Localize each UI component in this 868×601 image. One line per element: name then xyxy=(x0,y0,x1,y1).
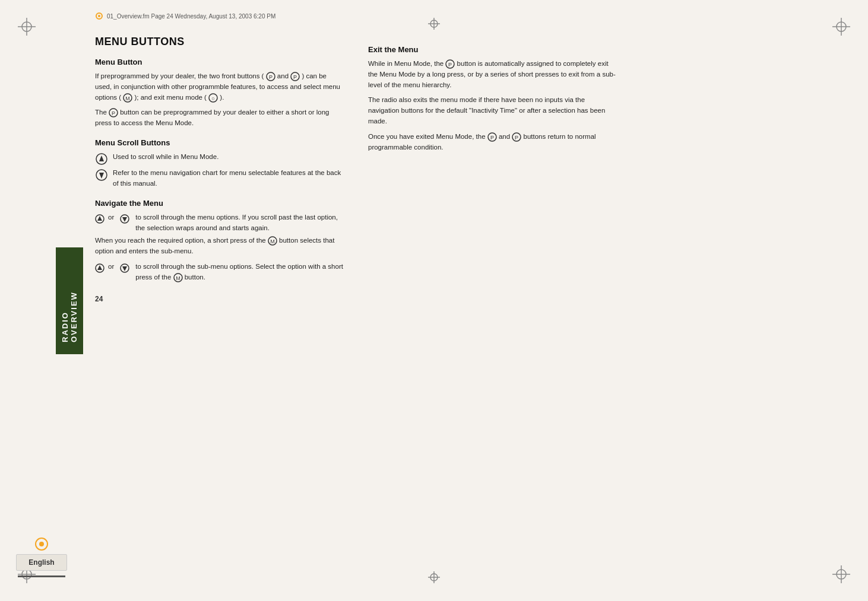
nav-up-icon xyxy=(95,214,104,224)
right-column: Exit the Menu While in Menu Mode, the P … xyxy=(368,36,617,565)
svg-text:P: P xyxy=(112,110,115,116)
button-icon-5: P xyxy=(109,108,118,117)
svg-marker-37 xyxy=(97,216,102,221)
scroll-buttons-section: Used to scroll while in Menu Mode. Refer… xyxy=(95,152,344,189)
svg-text:P: P xyxy=(448,62,452,68)
scroll-item-1: Used to scroll while in Menu Mode. xyxy=(95,152,344,166)
navigate-item-2: or to scroll through the sub-menu option… xyxy=(95,262,344,283)
scroll-item-2: Refer to the menu navigation chart for m… xyxy=(95,168,344,189)
menu-button-para-2: The P button can be preprogrammed by you… xyxy=(95,107,344,129)
english-label: English xyxy=(16,554,66,571)
svg-point-21 xyxy=(39,542,44,546)
scroll-text-1: Used to scroll while in Menu Mode. xyxy=(113,152,218,163)
exit-menu-para-2: The radio also exits the menu mode if th… xyxy=(368,95,617,126)
navigate-para-2: When you reach the required option, a sh… xyxy=(95,236,344,257)
exit-menu-para-1: While in Menu Mode, the P button is auto… xyxy=(368,59,617,90)
navigate-para-1: to scroll through the menu options. If y… xyxy=(135,212,344,234)
navigate-para-3: to scroll through the sub-menu options. … xyxy=(135,262,344,283)
svg-text:M: M xyxy=(126,96,131,101)
sidebar-tab-label: RADIO OVERVIEW xyxy=(61,259,78,342)
svg-text:P: P xyxy=(490,135,494,141)
exit-button-icon-2: P xyxy=(487,132,497,142)
button-icon-4: ○ xyxy=(208,93,218,103)
svg-text:○: ○ xyxy=(211,96,214,101)
main-content: MENU BUTTONS Menu Button If preprogramme… xyxy=(83,0,868,601)
exit-menu-title: Exit the Menu xyxy=(368,45,617,54)
page-number: 24 xyxy=(95,295,344,303)
nav-or-text-2: or xyxy=(108,262,114,272)
button-icon-2: P xyxy=(290,72,300,81)
navigate-menu-title: Navigate the Menu xyxy=(95,199,344,208)
nav-down-icon xyxy=(120,214,129,224)
svg-text:M: M xyxy=(176,275,180,281)
exit-button-icon-3: P xyxy=(512,132,521,142)
svg-marker-33 xyxy=(99,155,104,161)
english-underline xyxy=(18,575,65,577)
scroll-icon-1 xyxy=(95,152,108,166)
menu-scroll-title: Menu Scroll Buttons xyxy=(95,138,344,147)
sidebar-english-section: English xyxy=(0,536,83,577)
button-icon-1: P xyxy=(266,72,275,81)
navigate-item-1: or to scroll through the menu options. I… xyxy=(95,212,344,234)
sidebar-bullet-icon xyxy=(34,536,49,552)
scroll-icon-2 xyxy=(95,168,108,182)
svg-text:M: M xyxy=(270,239,275,244)
svg-text:P: P xyxy=(293,74,297,80)
button-icon-m: M xyxy=(268,236,277,246)
exit-button-icon-1: P xyxy=(445,59,455,69)
nav-down-icon-2 xyxy=(120,263,129,273)
button-icon-3: M xyxy=(123,93,132,103)
scroll-text-2: Refer to the menu navigation chart for m… xyxy=(113,168,344,189)
menu-button-title: Menu Button xyxy=(95,58,344,66)
svg-text:P: P xyxy=(515,135,518,141)
menu-button-para-1: If preprogrammed by your dealer, the two… xyxy=(95,71,344,103)
nav-or-text-1: or xyxy=(108,212,114,223)
main-title: MENU BUTTONS xyxy=(95,36,344,48)
svg-marker-45 xyxy=(122,266,127,271)
left-column: MENU BUTTONS Menu Button If preprogramme… xyxy=(95,36,344,565)
exit-menu-para-3: Once you have exited Menu Mode, the P an… xyxy=(368,132,617,153)
page: 01_Overview.fm Page 24 Wednesday, August… xyxy=(0,0,868,601)
sidebar: RADIO OVERVIEW English xyxy=(0,0,83,601)
svg-marker-39 xyxy=(122,217,127,222)
svg-marker-35 xyxy=(99,173,104,179)
nav-up-icon-2 xyxy=(95,263,104,273)
sidebar-tab: RADIO OVERVIEW xyxy=(56,247,83,354)
svg-marker-43 xyxy=(97,265,102,270)
button-icon-m2: M xyxy=(173,273,183,282)
svg-text:P: P xyxy=(269,74,273,80)
